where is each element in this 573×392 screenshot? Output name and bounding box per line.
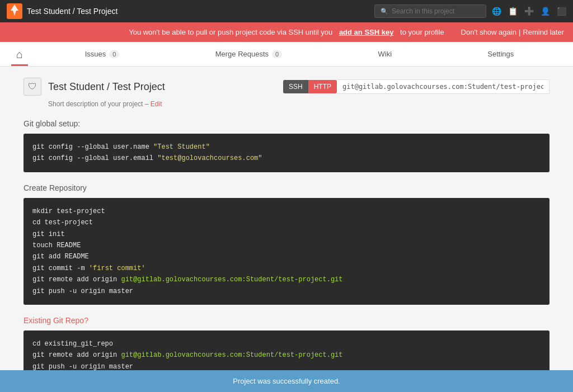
home-nav-item[interactable]: ⌂ bbox=[11, 42, 37, 66]
ssh-banner-message: You won't be able to pull or push projec… bbox=[129, 28, 332, 36]
project-description: Short description of your project – Edit bbox=[24, 100, 549, 108]
home-active-indicator bbox=[11, 64, 28, 66]
project-shield-icon: 🛡 bbox=[24, 78, 41, 96]
cr-url-1: git@gitlab.golovachcourses.com:Student/t… bbox=[121, 276, 342, 284]
ssh-banner-wrap: You won't be able to pull or push projec… bbox=[0, 22, 573, 42]
dont-show-link[interactable]: Don't show again bbox=[461, 28, 516, 36]
code-str-2: "test@golovachcourses.com" bbox=[157, 154, 262, 162]
nav-icons: 🌐 📋 ➕ 👤 ⬛ bbox=[492, 7, 566, 16]
merge-requests-nav-link[interactable]: Merge Requests 0 bbox=[204, 42, 294, 66]
settings-label: Settings bbox=[487, 50, 514, 58]
wiki-nav-link[interactable]: Wiki bbox=[367, 42, 403, 66]
create-repo-title: Create Repository bbox=[24, 183, 549, 192]
wiki-label: Wiki bbox=[378, 50, 392, 58]
create-repo-code: mkdir test-project cd test-project git i… bbox=[24, 198, 549, 305]
remind-later-link[interactable]: Remind later bbox=[523, 28, 564, 36]
project-header-left: 🛡 Test Student / Test Project bbox=[24, 78, 165, 96]
signout-icon[interactable]: ⬛ bbox=[557, 7, 566, 16]
user-icon[interactable]: 👤 bbox=[541, 7, 550, 16]
search-icon: 🔍 bbox=[381, 8, 388, 15]
issues-nav-link[interactable]: Issues 0 bbox=[74, 42, 131, 66]
footer-message: Project was successfully created. bbox=[233, 377, 340, 385]
er-line-2: git remote add origin git@gitlab.golovac… bbox=[32, 350, 541, 361]
project-name: Test Student / Test Project bbox=[48, 81, 165, 93]
er-line-1: cd existing_git_repo bbox=[32, 338, 541, 350]
second-nav: ⌂ Issues 0 Merge Requests 0 Wiki Setting… bbox=[0, 42, 573, 67]
cr-line-1: mkdir test-project bbox=[32, 206, 541, 217]
banner-separator: | bbox=[519, 28, 520, 36]
existing-repo-title: Existing Git Repo? bbox=[24, 316, 549, 325]
search-input[interactable] bbox=[392, 7, 480, 15]
cr-line-3: git init bbox=[32, 229, 541, 240]
project-header: 🛡 Test Student / Test Project SSH HTTP bbox=[24, 78, 549, 96]
cr-line-5: git add README bbox=[32, 251, 541, 262]
home-icon: ⌂ bbox=[16, 48, 23, 61]
cr-line-4: touch README bbox=[32, 240, 541, 251]
footer-banner: Project was successfully created. bbox=[0, 370, 573, 392]
nav-links: Issues 0 Merge Requests 0 Wiki Settings bbox=[37, 42, 562, 66]
banner-actions: Don't show again | Remind later bbox=[461, 28, 564, 36]
er-url-1: git@gitlab.golovachcourses.com:Student/t… bbox=[121, 351, 342, 359]
search-box[interactable]: 🔍 bbox=[374, 4, 486, 18]
repo-url-input[interactable] bbox=[337, 79, 549, 94]
code-line-2: git config --global user.email "test@gol… bbox=[32, 153, 541, 164]
git-global-setup-title: Git global setup: bbox=[24, 119, 549, 128]
settings-nav-link[interactable]: Settings bbox=[476, 42, 525, 66]
cr-line-2: cd test-project bbox=[32, 217, 541, 228]
ssh-banner: You won't be able to pull or push projec… bbox=[0, 22, 573, 42]
code-line-1: git config --global user.name "Test Stud… bbox=[32, 141, 541, 153]
description-text: Short description of your project – bbox=[48, 100, 148, 108]
cr-str-1: 'first commit' bbox=[89, 265, 145, 272]
merge-requests-badge: 0 bbox=[272, 50, 282, 58]
globe-icon[interactable]: 🌐 bbox=[492, 7, 501, 16]
cr-line-8: git push -u origin master bbox=[32, 286, 541, 297]
project-title: Test Student / Test Project bbox=[27, 7, 118, 16]
feed-icon[interactable]: 📋 bbox=[508, 7, 518, 16]
issues-badge: 0 bbox=[109, 50, 119, 58]
issues-label: Issues bbox=[85, 50, 106, 58]
logo-icon bbox=[7, 3, 22, 19]
ssh-button[interactable]: SSH bbox=[283, 80, 308, 93]
create-repository-section: Create Repository mkdir test-project cd … bbox=[24, 183, 549, 305]
code-str-1: "Test Student" bbox=[153, 143, 210, 151]
http-button[interactable]: HTTP bbox=[308, 80, 337, 93]
ssh-key-link[interactable]: add an SSH key bbox=[339, 28, 394, 36]
edit-link[interactable]: Edit bbox=[151, 100, 162, 108]
ssh-banner-suffix: to your profile bbox=[400, 28, 444, 36]
git-global-setup-section: Git global setup: git config --global us… bbox=[24, 119, 549, 172]
merge-requests-label: Merge Requests bbox=[215, 50, 269, 58]
git-global-setup-code: git config --global user.name "Test Stud… bbox=[24, 134, 549, 172]
logo-area: Test Student / Test Project bbox=[7, 3, 369, 19]
cr-line-6: git commit -m 'first commit' bbox=[32, 263, 541, 274]
cr-line-7: git remote add origin git@gitlab.golovac… bbox=[32, 274, 541, 285]
main-content: 🛡 Test Student / Test Project SSH HTTP S… bbox=[12, 67, 561, 392]
top-navigation: Test Student / Test Project 🔍 🌐 📋 ➕ 👤 ⬛ bbox=[0, 0, 573, 22]
plus-icon[interactable]: ➕ bbox=[524, 7, 534, 16]
ssh-http-selector: SSH HTTP bbox=[283, 79, 549, 94]
